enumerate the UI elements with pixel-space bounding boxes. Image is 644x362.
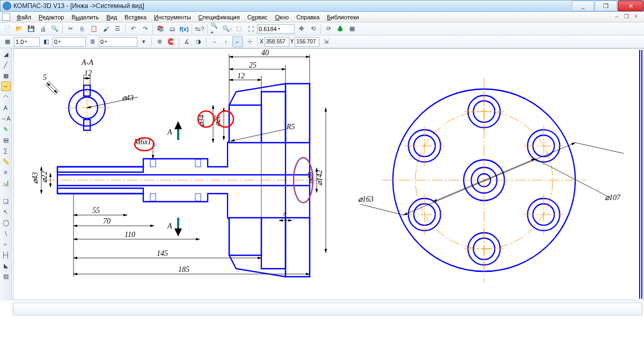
ortho-icon[interactable]: ⌐ [232,36,243,47]
menu-spec[interactable]: Спецификация [195,13,243,21]
menu-libs[interactable]: Библиотеки [324,13,362,21]
window-titlebar: КОМПАС-3D V13 - [Инжа ->Системный вид] _… [0,0,644,12]
manager-icon[interactable]: 🗂 [167,24,178,34]
dimension-icon[interactable]: ↔ [1,82,11,91]
menu-select[interactable]: Выделить [68,13,102,21]
drawing-canvas[interactable]: А-А 12 5 ⌀43 А [13,48,644,300]
new-icon[interactable]: 📄 [2,24,13,34]
document-icon[interactable] [2,13,10,21]
maximize-button[interactable]: ❐ [595,1,617,11]
line-icon[interactable]: ╱ [1,60,11,70]
svg-text:⌀43: ⌀43 [122,94,134,102]
view-keyed-bushing: 12 5 ⌀43 [43,69,138,134]
measure-icon[interactable]: 📏 [1,157,11,166]
text-icon[interactable]: A [1,103,11,113]
print-icon[interactable]: 🖨 [38,24,48,34]
layers-icon[interactable]: ≣ [87,36,98,47]
local-cs-icon[interactable]: ⊹ [244,36,255,47]
pan-icon[interactable]: ✥ [296,24,306,34]
tree-icon[interactable]: 🌲 [335,24,346,34]
param-icon[interactable]: ∑ [1,146,11,156]
corner-icon[interactable]: ⌐ [1,239,11,249]
aux-line-icon[interactable]: ∖ [1,228,11,238]
open-icon[interactable]: 📂 [14,24,25,34]
zoom-in-icon[interactable]: 🔍+ [210,24,221,34]
windows-icon[interactable]: ▦ [347,24,357,34]
cut-icon[interactable]: ✂ [65,24,76,34]
svg-line-100 [404,143,575,215]
chamfer-icon[interactable]: ◣ [1,261,11,270]
save-icon[interactable]: 💾 [26,24,36,34]
geometry-icon[interactable]: ◢ [1,49,11,59]
status-bar [13,302,642,315]
toolbar-main: 📄 📂 💾 🖨 🔍 ✂ ⎘ 📋 🖌 ☰ ↶ ↷ 📚 🗂 f(x) ⭾? 🔍+ 🔍… [0,23,644,35]
coord-y-field[interactable] [295,37,319,47]
refresh-icon[interactable]: ⟳ [323,24,334,34]
minimize-button[interactable]: _ [572,1,594,11]
zoom-prev-icon[interactable]: ⟲ [308,24,318,34]
zoom-fit-icon[interactable]: ⛶ [245,24,256,34]
zoom-out-icon[interactable]: 🔍- [222,24,232,34]
mdi-restore-button[interactable]: ❐ [623,13,630,21]
grid-small-icon[interactable]: ▦ [2,36,13,47]
scale-combo[interactable]: 1.0▾ [14,37,40,47]
edit-icon[interactable]: ✎ [1,124,11,134]
round-icon[interactable]: ◑ [193,36,204,47]
menu-tools[interactable]: Инструменты [151,13,194,21]
ortho-angle-icon[interactable]: ∡ [181,36,192,47]
table-icon[interactable]: ▤ [1,135,11,145]
layers-dropdown-icon[interactable]: ▾ [138,36,149,47]
select-tool-icon[interactable]: ↖ [1,207,11,217]
variables-icon[interactable]: f(x) [179,24,189,34]
coord-x-field[interactable] [265,37,289,47]
svg-text:⌀46: ⌀46 [307,172,315,184]
svg-text:12: 12 [84,69,92,77]
state-combo[interactable]: 0▾ [53,37,86,47]
library-icon[interactable]: 📚 [155,24,166,34]
separator [207,24,208,34]
preview-icon[interactable]: 🔍 [49,24,60,34]
menu-insert[interactable]: Вставка [121,13,150,21]
menu-file[interactable]: Файл [13,13,34,21]
paste-icon[interactable]: 📋 [89,24,99,34]
redo-icon[interactable]: ↷ [140,24,150,34]
coord-lock-icon[interactable]: ⇲ [320,36,331,47]
svg-text:40: 40 [261,49,269,57]
vertical-toolbar: ◢ ╱ ▦ ↔ ◠ A ↔A ✎ ▤ ∑ 📏 ≡ 📊 ❏ ↖ ◯ ∖ ⌐ ├┤ … [0,48,12,300]
properties-icon[interactable]: ☰ [112,24,123,34]
arc-icon[interactable]: ◠ [1,92,11,102]
undo-icon[interactable]: ↶ [128,24,138,34]
report-icon[interactable]: 📊 [1,178,11,188]
zoom-window-icon[interactable]: ⬚ [233,24,244,34]
zoom-combo[interactable]: 0.6184▾ [257,24,295,34]
snap-magnet-icon[interactable]: 🧲 [166,36,177,47]
circle-tool-icon[interactable]: ◯ [1,218,11,227]
aux-icon[interactable]: ⊗ [154,36,165,47]
brush-icon[interactable]: 🖌 [100,24,111,34]
svg-text:⌀142: ⌀142 [316,170,324,186]
close-button[interactable]: ✕ [618,1,643,11]
help-cursor-icon[interactable]: ⭾? [194,24,205,34]
spec-icon[interactable]: ≡ [1,167,11,177]
separator [179,37,179,47]
svg-text:110: 110 [125,231,135,239]
menu-window[interactable]: Окно [272,13,292,21]
mdi-minimize-button[interactable]: – [613,13,620,21]
arrow-up-icon[interactable]: ↑ [221,36,231,47]
state-icon[interactable]: ◧ [41,36,52,47]
mdi-close-button[interactable]: × [632,13,640,21]
menu-editor[interactable]: Редактор [35,13,67,21]
copy-icon[interactable]: ⎘ [77,24,87,34]
separator [125,24,126,34]
insert-frag-icon[interactable]: ❏ [1,196,11,206]
layer-combo[interactable]: 0▾ [99,37,137,47]
dim-tool-icon[interactable]: ├┤ [1,250,11,260]
menu-view[interactable]: Вид [103,13,120,21]
menu-service[interactable]: Сервис [244,13,271,21]
arrow-right-icon[interactable]: → [209,36,219,47]
svg-text:⌀107: ⌀107 [605,194,621,202]
hatch-tool-icon[interactable]: ▨ [1,271,11,281]
menu-help[interactable]: Справка [293,13,323,21]
symmetry-icon[interactable]: ↔A [1,114,11,123]
grid-icon[interactable]: ▦ [1,71,11,80]
